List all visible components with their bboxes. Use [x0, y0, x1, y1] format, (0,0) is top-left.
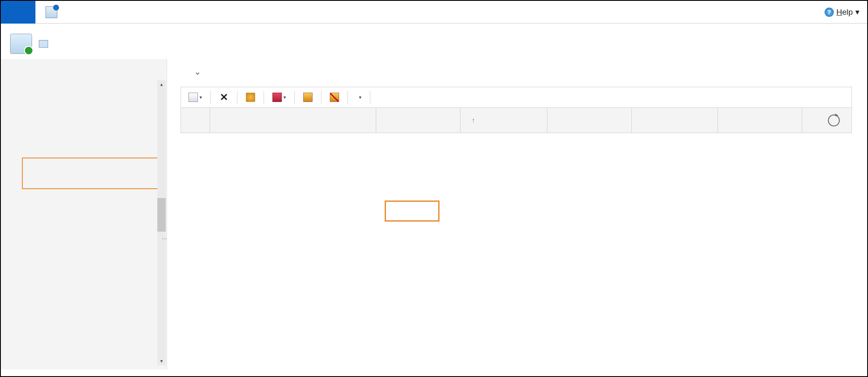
- form-order-icon: [272, 93, 282, 102]
- column-select-all[interactable]: [181, 108, 210, 133]
- chevron-down-icon: ▾: [855, 7, 860, 17]
- file-menu-button[interactable]: [1, 1, 35, 24]
- sidebar-scroll-up[interactable]: ▴: [157, 80, 166, 88]
- highlight-box-lead-forms: [22, 158, 163, 189]
- activate-button[interactable]: [300, 90, 316, 105]
- help-label: Help: [836, 8, 853, 17]
- grid-toolbar: ▾ ✕ ▾ ▾: [181, 87, 852, 108]
- column-customizable[interactable]: [631, 108, 717, 133]
- ribbon-bar: ? Help ▾: [1, 1, 867, 24]
- toolbar-separator: [321, 91, 321, 104]
- delete-icon: ✕: [219, 93, 229, 102]
- activate-icon: [303, 93, 313, 102]
- toolbar-separator: [370, 91, 370, 104]
- column-description[interactable]: [802, 108, 852, 133]
- forms-grid: ↑: [181, 108, 852, 133]
- toolbar-separator: [210, 91, 211, 104]
- solution-title: [1, 61, 167, 68]
- splitter-handle[interactable]: ⋮: [162, 236, 167, 241]
- sidebar-scroll-thumb[interactable]: [157, 198, 166, 232]
- deactivate-button[interactable]: [326, 90, 342, 105]
- new-button[interactable]: ▾: [185, 90, 205, 105]
- deactivate-icon: [330, 93, 339, 102]
- publish-all-button[interactable]: [35, 1, 72, 23]
- chevron-down-icon[interactable]: ⌄: [194, 67, 201, 77]
- chevron-down-icon: ▾: [283, 94, 286, 100]
- highlight-box-lead-row: [385, 201, 439, 222]
- toolbar-separator: [237, 91, 237, 104]
- security-roles-button[interactable]: [243, 90, 259, 105]
- column-state[interactable]: [547, 108, 631, 133]
- column-form-type[interactable]: ↑: [460, 108, 547, 133]
- form-order-button[interactable]: ▾: [269, 90, 289, 105]
- delete-button[interactable]: ✕: [216, 90, 232, 105]
- entity-icon: [10, 34, 32, 54]
- grid-header: ↑: [181, 108, 852, 133]
- column-form-state[interactable]: [376, 108, 460, 133]
- column-version[interactable]: [717, 108, 802, 133]
- column-name[interactable]: [210, 108, 376, 133]
- page-header: [1, 24, 867, 59]
- sort-ascending-icon: ↑: [472, 117, 475, 124]
- toolbar-separator: [348, 91, 348, 104]
- main-content: ⌄ ▾ ✕ ▾ ▾: [167, 59, 867, 369]
- help-icon: ?: [825, 8, 834, 17]
- more-actions-menu[interactable]: ▾: [353, 90, 365, 105]
- security-icon: [246, 93, 255, 102]
- toolbar-separator: [264, 91, 264, 104]
- solution-explorer-sidebar: ▴ ▾ ⋮: [1, 59, 167, 369]
- publish-icon: [46, 6, 57, 18]
- forms-section-icon: [39, 40, 48, 48]
- chevron-down-icon: ▾: [359, 94, 361, 100]
- chevron-down-icon: ▾: [199, 94, 202, 100]
- sidebar-scroll-down[interactable]: ▾: [157, 357, 166, 365]
- help-menu[interactable]: ? Help ▾: [825, 7, 867, 17]
- refresh-icon[interactable]: [828, 115, 840, 126]
- toolbar-separator: [294, 91, 295, 104]
- new-icon: [189, 93, 198, 102]
